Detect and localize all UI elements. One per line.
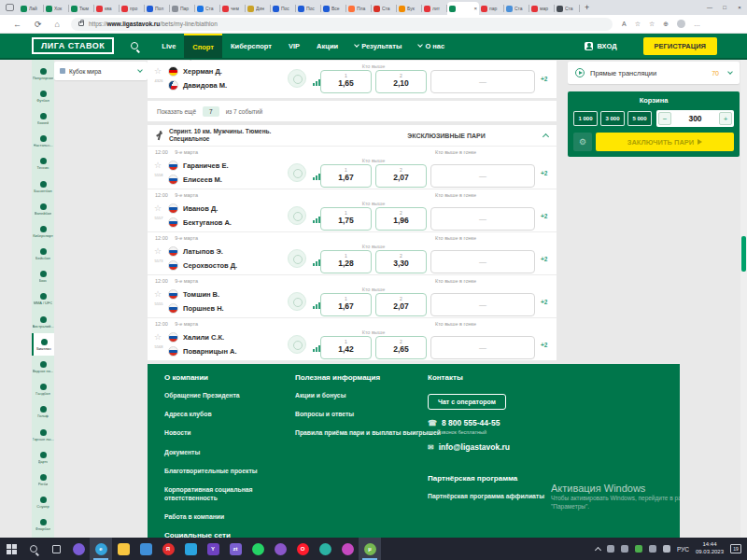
sidebar-sport-item[interactable]: Гольф: [32, 401, 54, 424]
favorite-star-icon[interactable]: ☆: [154, 332, 162, 342]
sidebar-sport-item[interactable]: Настольн...: [32, 131, 54, 153]
taskbar-app-mail[interactable]: [179, 538, 202, 560]
sidebar-sport-item[interactable]: Бокс: [32, 266, 54, 288]
refresh-icon[interactable]: ⟳: [35, 20, 42, 29]
taskbar-app-store[interactable]: [134, 538, 157, 560]
stake-plus-button[interactable]: +: [719, 112, 732, 125]
odds-button-1[interactable]: 11,42: [320, 336, 372, 359]
footer-link[interactable]: Корпоративная социальная ответственность: [164, 485, 290, 502]
browser-tab[interactable]: Хок: [44, 2, 69, 15]
favorite-star-icon[interactable]: ☆: [154, 289, 162, 299]
browser-tab[interactable]: Все: [321, 2, 346, 15]
nav-item[interactable]: Акции: [308, 34, 346, 58]
section-header[interactable]: Спринт. 10 км. Мужчины. Тюмень. Специаль…: [148, 125, 557, 146]
volume-icon[interactable]: [663, 545, 670, 553]
sidebar-sport-item[interactable]: Волейбол: [32, 198, 54, 220]
nav-item[interactable]: VIP: [280, 34, 308, 58]
browser-tab[interactable]: ква: [94, 2, 120, 15]
stats-icon[interactable]: [313, 302, 320, 309]
footer-link[interactable]: Новости: [164, 428, 290, 437]
taskbar-app-explorer[interactable]: [112, 538, 134, 560]
taskbar-search-icon[interactable]: [22, 538, 45, 560]
stake-chip-button[interactable]: 1 000: [573, 111, 598, 126]
nav-item[interactable]: Спорт: [184, 34, 222, 58]
network-icon[interactable]: [607, 545, 614, 553]
target-icon[interactable]: [288, 69, 306, 88]
favorite-star-icon[interactable]: ☆: [154, 161, 162, 170]
site-logo[interactable]: Лига Ставок: [32, 37, 114, 54]
nav-item[interactable]: Live: [153, 34, 184, 58]
more-markets-link[interactable]: +2: [541, 213, 547, 219]
sidebar-sport-item[interactable]: Теннис: [32, 153, 54, 175]
ethernet-icon[interactable]: [649, 545, 656, 553]
browser-tab[interactable]: Тюм: [69, 2, 94, 15]
notification-center-icon[interactable]: 19: [730, 544, 741, 553]
favorite-icon[interactable]: ☆: [635, 21, 641, 28]
restore-button[interactable]: □: [717, 1, 732, 14]
stake-minus-button[interactable]: −: [658, 112, 671, 125]
taskbar-app-opera[interactable]: O: [291, 538, 314, 560]
tray-expand-icon[interactable]: [595, 547, 601, 553]
more-markets-link[interactable]: +2: [541, 299, 547, 305]
browser-tab[interactable]: Дин: [246, 2, 271, 15]
sidebar-sport-item[interactable]: Флорбол: [32, 514, 54, 537]
odds-button-1[interactable]: 11,67: [320, 293, 372, 316]
browser-tab[interactable]: Пол: [145, 2, 170, 15]
login-button[interactable]: ВХОД: [585, 42, 616, 50]
browser-tab[interactable]: Ста: [195, 2, 220, 15]
collections-icon[interactable]: ⊕: [663, 21, 669, 28]
taskbar-app-whatsapp[interactable]: [247, 538, 269, 560]
target-icon[interactable]: [288, 163, 306, 182]
more-markets-link[interactable]: +2: [541, 256, 547, 262]
taskbar-app-yandex[interactable]: Я: [157, 538, 179, 560]
browser-tab[interactable]: Пла: [346, 2, 372, 15]
close-button[interactable]: ×: [732, 1, 747, 14]
settings-menu-icon[interactable]: …: [694, 21, 700, 27]
sidebar-sport-item[interactable]: Футбол: [32, 85, 54, 107]
page-scrollbar[interactable]: [740, 60, 747, 538]
browser-tab[interactable]: Лай: [19, 2, 44, 15]
phone-number[interactable]: 8 800 555-44-55: [442, 418, 500, 427]
scrollbar-thumb[interactable]: [741, 236, 746, 272]
stake-chip-button[interactable]: 3 000: [600, 111, 625, 126]
email-link[interactable]: info@ligastavok.ru: [439, 442, 510, 452]
odds-button-1[interactable]: 11,67: [320, 164, 372, 188]
browser-tab[interactable]: пар: [479, 2, 504, 15]
stats-icon[interactable]: [313, 259, 320, 266]
sidebar-sport-item[interactable]: Горные лы...: [32, 424, 54, 446]
new-tab-button[interactable]: +: [585, 3, 589, 12]
favorites-bar-icon[interactable]: ☆: [649, 21, 655, 28]
browser-tab[interactable]: Ста: [504, 2, 529, 15]
taskbar-app-hexagon-app[interactable]: [336, 538, 359, 560]
footer-link[interactable]: Правила приёма пари и выплаты выигрышей: [295, 428, 444, 437]
odds-button-2[interactable]: 22,07: [375, 164, 427, 188]
browser-tab[interactable]: лит: [422, 2, 447, 15]
sidebar-sport-item[interactable]: Дартс: [32, 446, 54, 469]
odds-button-2[interactable]: 22,65: [375, 336, 427, 359]
lock-icon[interactable]: [78, 21, 84, 26]
odds-button-2[interactable]: 21,96: [375, 207, 427, 231]
language-indicator[interactable]: РУС: [677, 546, 689, 553]
footer-link[interactable]: Документы: [164, 448, 290, 456]
browser-tab[interactable]: Ста: [372, 2, 397, 15]
browser-tab[interactable]: Пар: [170, 2, 195, 15]
favorite-star-icon[interactable]: ☆: [154, 246, 162, 256]
browser-tab[interactable]: мар: [529, 2, 555, 15]
sidebar-sport-item[interactable]: Снукер: [32, 492, 54, 514]
live-streams-bar[interactable]: Прямые трансляции 70: [568, 62, 740, 84]
tab-search-icon[interactable]: [6, 4, 14, 11]
footer-link[interactable]: Обращение Президента: [164, 391, 290, 399]
stats-icon[interactable]: [313, 345, 320, 352]
sidebar-sport-item[interactable]: Регби: [32, 469, 54, 491]
favorite-star-icon[interactable]: ☆: [154, 66, 162, 76]
sidebar-sport-item[interactable]: Водное по...: [32, 356, 54, 378]
browser-tab[interactable]: ×: [447, 2, 479, 15]
nav-item[interactable]: Результаты: [346, 34, 410, 58]
taskbar-app-cortana[interactable]: [67, 538, 90, 560]
taskbar-app-zoom-app[interactable]: zt: [224, 538, 247, 560]
target-icon[interactable]: [288, 249, 306, 268]
nav-item[interactable]: О нас: [410, 34, 453, 58]
tab-close-icon[interactable]: ×: [473, 6, 477, 11]
odds-button-2[interactable]: 23,30: [375, 250, 427, 273]
favorite-star-icon[interactable]: ☆: [154, 203, 162, 213]
